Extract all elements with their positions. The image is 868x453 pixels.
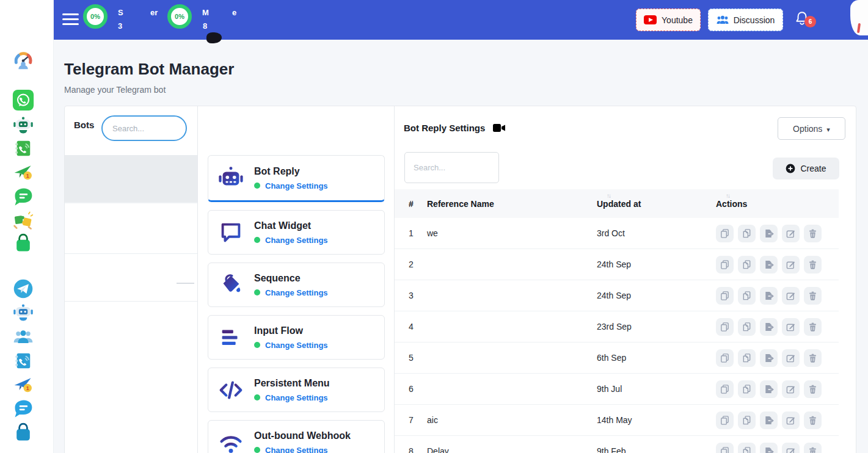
duplicate-button[interactable] [738,225,756,242]
edit-button[interactable] [782,380,800,398]
change-settings-link[interactable]: Change Settings [254,236,328,245]
delete-button[interactable] [804,349,822,367]
settings-card-chat-widget[interactable]: Chat Widget Change Settings [208,210,385,255]
change-settings-link[interactable]: Change Settings [254,181,328,190]
delete-button[interactable] [804,287,822,305]
edit-button[interactable] [782,287,800,305]
audience-icon [12,326,34,348]
settings-card-outbound-webhook[interactable]: Out-bound Webhook Change Settings [208,420,385,453]
change-settings-link[interactable]: Change Settings [254,446,351,453]
table-header: # Reference Name Updated at Actions [395,189,839,218]
export-button[interactable] [760,443,778,453]
bot-list-item-redacted[interactable] [65,203,197,254]
duplicate-button[interactable] [738,318,756,336]
campaign-icon: 1 [12,374,34,396]
edit-icon [786,415,796,426]
dashboard-gauge-icon[interactable] [12,48,35,71]
bots-search-input[interactable] [101,115,187,141]
settings-card-sequence[interactable]: Sequence Change Settings [208,263,385,307]
store-icon[interactable] [12,232,35,255]
integrations-icon[interactable] [12,209,35,232]
campaign-icon[interactable]: 1 [12,373,35,396]
telegram-icon[interactable] [12,277,35,300]
export-button[interactable] [760,225,778,242]
row-actions [716,380,839,398]
export-button[interactable] [760,380,778,398]
delete-button[interactable] [804,411,822,429]
settings-card-bot-reply[interactable]: Bot Reply Change Settings [208,155,385,202]
delete-button[interactable] [804,380,822,398]
duplicate-button[interactable] [738,256,756,274]
copy-button[interactable] [716,318,734,336]
settings-card-persistent-menu[interactable]: Persistent Menu Change Settings [208,368,385,412]
chat-icon[interactable] [12,397,35,420]
store-icon[interactable] [12,421,35,444]
bot-list-item-selected[interactable] [65,155,197,202]
copy-button[interactable] [716,287,734,305]
export-button[interactable] [760,349,778,367]
contacts-icon [12,137,34,159]
export-icon [764,259,774,270]
change-settings-link[interactable]: Change Settings [254,288,328,297]
duplicate-button[interactable] [738,349,756,367]
export-button[interactable] [760,411,778,429]
delete-button[interactable] [804,443,822,453]
duplicate-button[interactable] [738,380,756,398]
contacts-icon[interactable] [12,137,35,160]
duplicate-button[interactable] [738,411,756,429]
edit-button[interactable] [782,349,800,367]
edit-button[interactable] [782,225,800,242]
audience-icon[interactable] [12,325,35,349]
youtube-button[interactable]: Youtube [636,9,701,31]
table-row: 1 we 3rd Oct [395,218,839,249]
contacts-icon [12,350,34,372]
edit-button[interactable] [782,256,800,274]
settings-card-input-flow[interactable]: Input Flow Change Settings [208,315,385,360]
edit-button[interactable] [782,318,800,336]
export-button[interactable] [760,318,778,336]
copy-button[interactable] [716,256,734,274]
change-settings-link[interactable]: Change Settings [254,341,328,350]
edit-button[interactable] [782,411,800,429]
options-dropdown-button[interactable]: Options [778,117,845,140]
settings-menu: Bot Reply Change Settings Cha [197,106,395,453]
whatsapp-icon[interactable] [12,89,35,112]
create-button[interactable]: Create [773,158,839,179]
telegram-icon [12,278,34,300]
bot-icon[interactable] [12,300,35,324]
dashboard-gauge-icon [12,48,34,70]
edit-button[interactable] [782,443,800,453]
copy-button[interactable] [716,349,734,367]
contacts-icon[interactable] [12,349,35,372]
column-header-reference-name[interactable]: Reference Name [427,199,597,209]
chat-icon[interactable] [12,185,35,208]
stat-label-fragment: er [150,8,158,17]
row-updated-at: 14th May [597,415,716,425]
delete-button[interactable] [804,256,822,274]
copy-button[interactable] [716,225,734,242]
copy-button[interactable] [716,443,734,453]
sequence-icon [217,271,245,299]
duplicate-button[interactable] [738,443,756,453]
change-settings-link[interactable]: Change Settings [254,393,330,402]
copy-button[interactable] [716,411,734,429]
delete-button[interactable] [804,318,822,336]
bot-list-item-redacted[interactable] [65,254,197,302]
copy-button[interactable] [716,380,734,398]
export-button[interactable] [760,256,778,274]
notifications-bell[interactable]: 6 [794,10,815,31]
discussion-button[interactable]: Discussion [708,9,783,31]
status-dot [254,394,260,400]
delete-icon [808,322,818,332]
duplicate-button[interactable] [738,287,756,305]
export-button[interactable] [760,287,778,305]
sort-icon[interactable] [607,192,610,199]
row-index: 7 [409,415,427,425]
bot-icon[interactable] [12,113,35,136]
table-search-input[interactable] [404,152,499,183]
delete-button[interactable] [804,225,822,242]
campaign-icon[interactable]: 1 [12,161,35,184]
sort-icon[interactable] [726,192,729,199]
hamburger-menu-icon[interactable] [62,13,79,26]
column-header-updated-at[interactable]: Updated at [597,199,716,209]
